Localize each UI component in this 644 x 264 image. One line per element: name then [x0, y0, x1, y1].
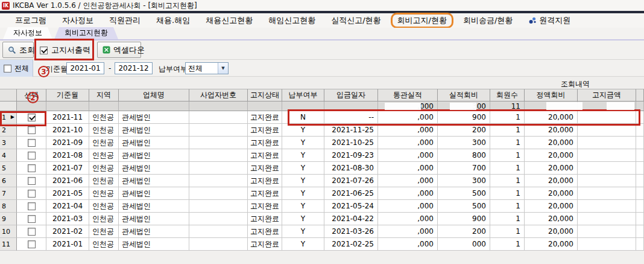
cell-업체명: 관세법인: [119, 225, 189, 238]
menu-item-label: 직원관리: [109, 15, 140, 26]
row-number-cell[interactable]: 4: [0, 149, 17, 162]
menu-item-2[interactable]: 자사정보: [54, 14, 101, 27]
cell-extra: [636, 213, 644, 225]
cell-통관실적: ,000: [378, 175, 438, 187]
column-header-8[interactable]: 입금일자: [324, 89, 378, 101]
row-select-checkbox[interactable]: [28, 126, 36, 134]
column-header-4[interactable]: 업체명: [119, 89, 189, 101]
menu-item-6[interactable]: 해임신고현황: [260, 14, 323, 27]
menu-item-5[interactable]: 채용신고현황: [198, 14, 260, 27]
cell-사업자번호: [189, 175, 248, 187]
menu-item-7[interactable]: 실적신고/현황: [323, 14, 388, 27]
menu-item-8[interactable]: 회비고지/현황1: [391, 13, 453, 28]
column-header-5[interactable]: 사업자번호: [189, 89, 248, 101]
row-select-cell: [17, 162, 46, 175]
menu-item-1[interactable]: 프로그램: [7, 14, 54, 27]
column-header-9[interactable]: 통관실적: [378, 89, 438, 101]
row-select-cell: [17, 200, 46, 213]
row-number-cell[interactable]: 3: [0, 137, 17, 149]
month-to-input[interactable]: [115, 62, 153, 74]
row-number-cell[interactable]: 6: [0, 175, 17, 187]
app-icon: IK: [2, 2, 10, 10]
table-row[interactable]: 42021-08인천공관세법인고지완료Y2021-09-23,000800120…: [0, 149, 644, 162]
cell-실적회비: 000: [438, 238, 490, 251]
cell-정액회비: 20,000: [525, 137, 578, 149]
table-row[interactable]: 102021-02인천공관세법인고지완료Y2021-03-26,00020012…: [0, 225, 644, 238]
redaction-patch: [546, 102, 582, 110]
cell-고지금액: [578, 124, 636, 137]
column-header-extra: [636, 89, 644, 101]
cell-기준월: 2021-11: [46, 111, 89, 124]
cell-정액회비: 20,000: [525, 162, 578, 175]
cell-고지상태: 고지완료: [248, 162, 282, 175]
row-number-cell[interactable]: 9: [0, 213, 17, 225]
cell-통관실적: ,000: [378, 213, 438, 225]
menu-item-9[interactable]: 회비송금/현황: [455, 14, 520, 27]
cell-회원수: 1: [490, 162, 525, 175]
column-header-3[interactable]: 지역: [89, 89, 119, 101]
tab-company-info[interactable]: 자사정보: [3, 27, 52, 39]
cell-고지상태: 고지완료: [248, 200, 282, 213]
summary-cell: [119, 101, 189, 111]
cell-사업자번호: [189, 238, 248, 251]
cell-실적회비: 800: [438, 149, 490, 162]
table-row[interactable]: 32021-09인천공관세법인고지완료Y2021-10-25,000300120…: [0, 137, 644, 149]
cell-사업자번호: [189, 111, 248, 124]
row-select-checkbox[interactable]: [28, 240, 36, 248]
column-header-12[interactable]: 정액회비: [525, 89, 578, 101]
column-header-11[interactable]: 회원수: [490, 89, 525, 101]
menu-item-10[interactable]: 원격지원: [520, 14, 578, 27]
menu-item-4[interactable]: 채용.해임: [148, 14, 198, 27]
all-checkbox[interactable]: [4, 65, 11, 72]
cell-지역: 인천공: [89, 225, 119, 238]
month-from-input[interactable]: [66, 62, 104, 74]
cell-실적회비: 200: [438, 124, 490, 137]
cell-업체명: 관세법인: [119, 187, 189, 200]
cell-기준월: 2021-10: [46, 124, 89, 137]
row-select-checkbox[interactable]: [28, 139, 36, 147]
chevron-down-icon[interactable]: ▼: [218, 63, 228, 74]
menu-item-3[interactable]: 직원관리: [101, 14, 148, 27]
column-header-6[interactable]: 고지상태: [248, 89, 282, 101]
row-number-cell[interactable]: 10: [0, 225, 17, 238]
table-row[interactable]: 92021-03인천공관세법인고지완료Y2021-04-22,000900120…: [0, 213, 644, 225]
cell-실적회비: 300: [438, 137, 490, 149]
column-header-2[interactable]: 기준월: [46, 89, 89, 101]
row-select-checkbox[interactable]: [28, 228, 36, 236]
row-number-cell[interactable]: 11: [0, 238, 17, 251]
row-select-checkbox[interactable]: [28, 177, 36, 185]
cell-고지금액: [578, 187, 636, 200]
tab-fee-notice-status[interactable]: 회비고지현황: [54, 27, 118, 39]
query-button[interactable]: 조회: [2, 42, 34, 58]
table-row[interactable]: 72021-05인천공관세법인고지완료Y2021-06-25,000500120…: [0, 187, 644, 200]
cell-업체명: 관세법인: [119, 111, 189, 124]
grid-corner-header[interactable]: [0, 89, 17, 101]
row-select-checkbox[interactable]: [28, 202, 36, 210]
payment-status-dropdown[interactable]: 전체 ▼: [185, 62, 229, 74]
row-select-checkbox[interactable]: [28, 152, 36, 159]
cell-기준월: 2021-03: [46, 213, 89, 225]
row-number-cell[interactable]: 7: [0, 187, 17, 200]
cell-실적회비: 300: [438, 175, 490, 187]
table-row[interactable]: 22021-10인천공관세법인고지완료Y2021-11-25,000200120…: [0, 124, 644, 137]
row-number-cell[interactable]: 5: [0, 162, 17, 175]
column-header-7[interactable]: 납부여부: [282, 89, 324, 101]
column-header-13[interactable]: 고지금액: [578, 89, 636, 101]
cell-고지금액: [578, 175, 636, 187]
row-select-checkbox[interactable]: [28, 190, 36, 198]
table-row[interactable]: 52021-07인천공관세법인고지완료Y2021-08-30,000700120…: [0, 162, 644, 175]
row-select-checkbox[interactable]: [28, 164, 36, 172]
cell-사업자번호: [189, 137, 248, 149]
cell-입금일자: 2021-08-30: [324, 162, 378, 175]
table-row[interactable]: 62021-06인천공관세법인고지완료Y2021-07-26,000300120…: [0, 175, 644, 187]
column-header-10[interactable]: 실적회비: [438, 89, 490, 101]
excel-download-button[interactable]: 엑셀다운: [97, 42, 141, 58]
cell-지역: 인천공: [89, 238, 119, 251]
menu-item-label: 원격지원: [539, 15, 570, 26]
cell-통관실적: ,000: [378, 162, 438, 175]
row-number-cell[interactable]: 8: [0, 200, 17, 213]
row-select-checkbox[interactable]: [28, 215, 36, 223]
table-row[interactable]: 112021-01인천공관세법인고지완료Y2021-02-25,00000012…: [0, 238, 644, 251]
cell-정액회비: 20,000: [525, 124, 578, 137]
table-row[interactable]: 82021-04인천공관세법인고지완료Y2021-05-24,000500120…: [0, 200, 644, 213]
